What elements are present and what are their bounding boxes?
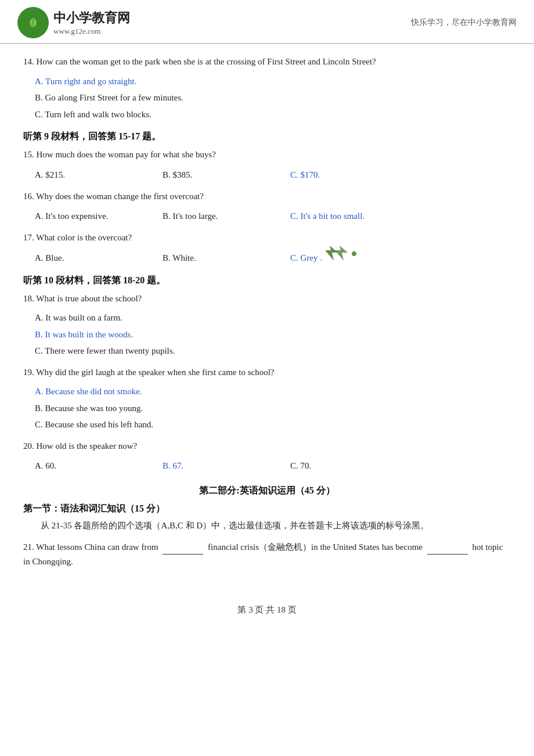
main-content: 14. How can the woman get to the park wh… — [0, 44, 534, 593]
q16-option-c: C. It's a bit too small. — [290, 207, 406, 225]
q21-blank2 — [427, 539, 468, 555]
q15-option-b: B. $385. — [163, 166, 290, 183]
q19-option-a: A. Because she did not smoke. — [35, 383, 511, 400]
header-slogan: 快乐学习，尽在中小学教育网 — [411, 17, 517, 28]
footer-text: 第 3 页 共 18 页 — [237, 605, 296, 614]
q14-option-a: A. Turn right and go straight. — [35, 73, 511, 90]
q15-option-c: C. $170. — [290, 166, 406, 183]
question-20: 20. How old is the speaker now? A. 60. B… — [23, 439, 511, 475]
logo-url: www.g12e.com — [53, 27, 130, 36]
q19-option-b: B. Because she was too young. — [35, 400, 511, 417]
q16-text: 16. Why does the woman change the first … — [23, 189, 511, 204]
logo-text: 中小学教育网 www.g12e.com — [53, 9, 130, 36]
q15-options: A. $215. B. $385. C. $170. — [35, 166, 511, 183]
q20-option-b: B. 67. — [163, 457, 290, 474]
logo-icon — [17, 7, 49, 38]
question-18: 18. What is true about the school? A. It… — [23, 291, 511, 359]
q20-option-c: C. 70. — [290, 457, 406, 474]
question-16: 16. Why does the woman change the first … — [23, 189, 511, 225]
q16-options: A. It's too expensive. B. It's too large… — [35, 207, 511, 225]
q19-text: 19. Why did the girl laugh at the speake… — [23, 365, 511, 380]
q14-options: A. Turn right and go straight. B. Go alo… — [35, 73, 511, 123]
svg-marker-2 — [335, 246, 348, 261]
q16-option-a: A. It's too expensive. — [35, 207, 163, 225]
section1-title: 第一节：语法和词汇知识（15 分） — [23, 503, 511, 515]
q15-text: 15. How much does the woman pay for what… — [23, 147, 511, 163]
q21-text: 21. What lessons China can draw from fin… — [23, 539, 511, 570]
svg-marker-1 — [325, 246, 338, 261]
q15-option-a: A. $215. — [35, 166, 163, 183]
q14-option-b: B. Go along First Street for a few minut… — [35, 89, 511, 106]
question-17: 17. What color is the overcoat? A. Blue.… — [23, 231, 511, 267]
logo-area: 中小学教育网 www.g12e.com — [17, 7, 130, 38]
part2-title-wrapper: 第二部分:英语知识运用（45 分） — [23, 485, 511, 497]
question-15: 15. How much does the woman pay for what… — [23, 147, 511, 183]
section-9-title: 听第 9 段材料，回答第 15-17 题。 — [23, 131, 511, 143]
question-19: 19. Why did the girl laugh at the speake… — [23, 365, 511, 433]
section-10-title: 听第 10 段材料，回答第 18-20 题。 — [23, 275, 511, 287]
q17-option-c-text: C. Grey . — [290, 249, 322, 267]
q18-text: 18. What is true about the school? — [23, 291, 511, 307]
q20-text: 20. How old is the speaker now? — [23, 439, 511, 454]
q17-text: 17. What color is the overcoat? — [23, 231, 511, 246]
q20-option-a: A. 60. — [35, 457, 163, 474]
q20-options: A. 60. B. 67. C. 70. — [35, 457, 511, 474]
logo-title: 中小学教育网 — [53, 9, 130, 27]
q19-option-c: C. Because she used his left hand. — [35, 416, 511, 433]
decorative-arrows — [325, 244, 360, 267]
q18-option-b: B. It was built in the woods. — [35, 326, 511, 343]
q18-options: A. It was built on a farm. B. It was bui… — [35, 309, 511, 359]
svg-point-3 — [352, 251, 356, 256]
q19-options: A. Because she did not smoke. B. Because… — [35, 383, 511, 433]
q14-option-c: C. Turn left and walk two blocks. — [35, 106, 511, 123]
q17-option-a: A. Blue. — [35, 249, 163, 267]
q21-blank1 — [163, 539, 203, 555]
question-14: 14. How can the woman get to the park wh… — [23, 55, 511, 123]
q16-option-b: B. It's too large. — [163, 207, 290, 225]
part2-title: 第二部分:英语知识运用（45 分） — [199, 485, 334, 495]
q17-options: A. Blue. B. White. C. Grey . — [35, 249, 511, 267]
page-header: 中小学教育网 www.g12e.com 快乐学习，尽在中小学教育网 — [0, 0, 534, 44]
q17-options-wrapper: A. Blue. B. White. C. Grey . — [23, 249, 511, 267]
q17-option-b: B. White. — [163, 249, 290, 267]
question-21: 21. What lessons China can draw from fin… — [23, 539, 511, 570]
q14-text: 14. How can the woman get to the park wh… — [23, 55, 511, 70]
section1-instructions: 从 21-35 各题所给的四个选项（A,B,C 和 D）中，选出最佳选项，并在答… — [23, 519, 511, 534]
page-footer: 第 3 页 共 18 页 — [0, 604, 534, 621]
q18-option-a: A. It was built on a farm. — [35, 309, 511, 326]
q18-option-c: C. There were fewer than twenty pupils. — [35, 343, 511, 359]
